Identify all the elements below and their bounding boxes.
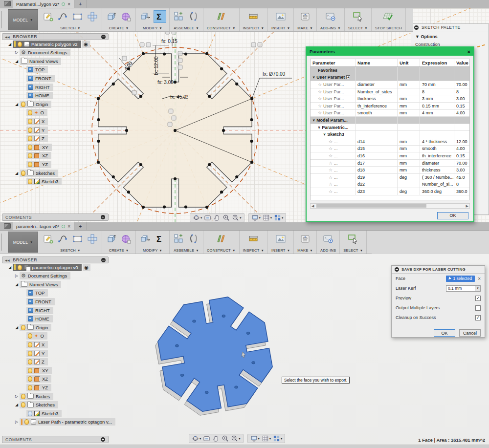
favorite-star-icon[interactable]: ☆ [329,189,333,194]
insert-image-icon[interactable] [275,11,287,22]
browser-item-chip[interactable]: Bodies [20,393,53,400]
rect-pattern-icon[interactable] [87,11,98,22]
unit-cell[interactable]: mm [398,103,420,109]
favorite-star-icon[interactable]: ☆ [318,110,322,115]
look-at-icon[interactable] [203,214,212,221]
browser-item-chip[interactable]: X [26,118,48,125]
collapsed-icon[interactable]: ▷ [14,50,20,55]
chevron-down-icon[interactable]: ▾ [200,437,201,441]
bulb-icon[interactable] [28,333,32,339]
value-cell[interactable]: 0.15 [454,152,469,159]
insert-image-icon[interactable] [275,233,287,245]
name-cell[interactable]: diameter [356,81,398,88]
browser-item-chip[interactable]: Z [26,135,48,142]
bulb-icon[interactable] [21,402,25,407]
expanded-icon[interactable]: ∨ [312,75,315,79]
browser-row-right[interactable]: RIGHT [21,83,53,91]
name-cell[interactable]: d19 [356,174,398,181]
value-cell[interactable]: 0.15 [454,103,469,109]
browser-item-chip[interactable]: RIGHT [26,307,53,314]
new-box-icon[interactable] [106,233,117,245]
browser-item-chip[interactable]: Y [26,127,48,134]
activate-component-icon[interactable]: ◉ [82,41,90,48]
browser-row-top[interactable]: TOP [21,66,48,74]
browser-row-front[interactable]: FRONT [21,298,55,305]
browser-row-xz[interactable]: XZ [21,152,51,160]
collapse-browser-icon[interactable]: ◀◀ [5,258,10,262]
press-pull-icon[interactable] [139,233,151,245]
change-parameters-icon[interactable]: Σ [154,11,166,22]
name-cell[interactable] [356,74,398,81]
dialog-collapse-icon[interactable] [395,267,399,272]
ribbon-dropdown-assemble[interactable]: ASSEMBLE▼ [174,26,199,30]
tab-close-icon[interactable]: × [67,1,70,7]
browser-row-o[interactable]: ✦O [21,332,47,340]
browser-item-chip[interactable]: YZ [26,161,51,168]
browser-row-top[interactable]: TOP [21,289,48,297]
value-cell[interactable]: 8 [454,88,469,95]
joint-icon[interactable] [188,233,200,245]
browser-row-named-views[interactable]: ◢Named Views [14,280,61,288]
bulb-icon[interactable] [28,376,32,382]
favorite-star-icon[interactable]: ☆ [329,146,333,151]
expression-cell[interactable]: diameter [420,160,454,167]
construction-plane-icon[interactable] [215,233,227,245]
parameter-row[interactable]: ☆...d17mmdiameter70.00 [311,160,469,167]
unit-cell[interactable] [398,74,420,81]
expanded-icon[interactable]: ∨ [323,132,326,136]
dimension-diameter[interactable]: fx: Ø70.00 [263,71,285,77]
ribbon-dropdown-insert[interactable]: INSERT▼ [271,248,290,253]
expression-cell[interactable]: th_interference [420,152,454,159]
spline-icon[interactable] [57,11,69,22]
browser-item-chip[interactable]: parametric optagon v0 [13,264,82,271]
bulb-icon[interactable] [18,42,22,47]
ribbon-dropdown-inspect[interactable]: INSPECT▼ [243,248,265,253]
browser-minimize-icon[interactable] [101,258,106,262]
browser-item-chip[interactable]: Sketches [20,401,58,408]
name-cell[interactable] [356,124,398,131]
value-cell[interactable]: 8 [454,181,469,188]
unit-cell[interactable]: deg [398,188,420,195]
unit-cell[interactable] [398,117,420,124]
name-cell[interactable] [356,131,398,138]
value-cell[interactable]: 360.0 [454,188,469,195]
browser-item-chip[interactable]: XY [26,144,52,151]
browser-row-home[interactable]: HOME [21,315,53,323]
browser-row-right[interactable]: RIGHT [21,306,53,314]
browser-row-parametric-optagon-v0[interactable]: ◢parametric optagon v0◉ [7,263,90,271]
browser-minimize-icon[interactable] [101,35,106,39]
clear-selection-icon[interactable]: × [478,276,481,281]
bulb-icon[interactable] [28,162,32,167]
collapse-browser-icon[interactable]: ◀◀ [5,35,10,39]
browser-row-yz[interactable]: YZ [21,384,51,391]
bulb-icon[interactable] [28,110,32,115]
ribbon-dropdown-modify[interactable]: MODIFY▼ [143,248,162,253]
ribbon-dropdown-select[interactable]: SELECT▼ [348,26,368,30]
browser-row-home[interactable]: HOME [21,92,53,100]
cancel-button[interactable]: Cancel [459,329,481,337]
expanded-icon[interactable]: ◢ [14,102,20,107]
expression-cell[interactable]: 360.0 deg [420,188,454,195]
new-tab-button[interactable]: + [74,0,87,8]
orbit-icon[interactable]: ▾ [191,435,201,442]
ribbon-dropdown-construct[interactable]: CONSTRUCT▼ [207,248,236,253]
expanded-icon[interactable]: ◢ [7,265,13,270]
grid-settings-icon[interactable]: ▾ [261,435,271,442]
chevron-down-icon[interactable]: ▾ [269,437,271,441]
expanded-icon[interactable]: ◢ [14,325,20,330]
viewports-icon[interactable]: ▾ [272,435,283,442]
browser-item-chip[interactable]: ✦O [26,332,47,340]
chevron-down-icon[interactable]: ▾ [281,437,282,441]
unit-cell[interactable]: mm [398,95,420,102]
orbit-icon[interactable]: ▾ [192,214,202,221]
workspace-selector[interactable]: MODEL ▼ [8,9,38,30]
parameter-row[interactable]: ☆User Par...Number_of_sides88 [311,88,469,96]
expression-cell[interactable] [420,117,454,124]
dimension-slot-length[interactable]: fx: 12.00 [154,56,159,75]
new-box-icon[interactable] [106,11,117,22]
expression-cell[interactable]: 70 mm [420,81,454,88]
chevron-down-icon[interactable]: ▾ [282,216,283,220]
parameter-row[interactable]: ☆...d16mmth_interference0.15 [311,152,469,160]
expression-cell[interactable] [420,124,454,131]
browser-row-x[interactable]: X [21,117,48,125]
